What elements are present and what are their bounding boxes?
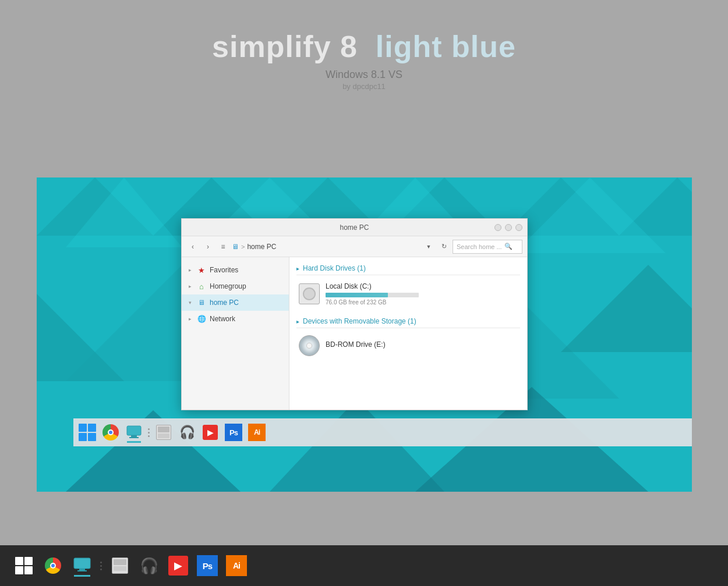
monitor-taskbar-icon (126, 425, 142, 439)
dark-ps-icon: Ps (197, 555, 218, 576)
sidebar-label-network: Network (210, 315, 235, 323)
section-removable[interactable]: ▸ Devices with Removable Storage (1) (296, 315, 520, 328)
active-indicator (127, 441, 141, 443)
close-button[interactable] (515, 224, 522, 231)
svg-rect-19 (127, 426, 141, 435)
chrome-icon (103, 424, 119, 441)
dropdown-button[interactable]: ▼ (422, 240, 435, 253)
title-bar: home PC (182, 219, 527, 236)
search-icon[interactable]: 🔍 (504, 243, 513, 250)
section-hard-disk[interactable]: ▸ Hard Disk Drives (1) (296, 262, 520, 275)
floppy-icon (156, 425, 171, 440)
homepc-icon: 🖥 (197, 298, 206, 307)
sidebar-item-homegroup[interactable]: ▸ ⌂ Homegroup (182, 278, 289, 294)
ps-icon: Ps (225, 424, 242, 441)
search-box[interactable]: Search home ... 🔍 (453, 240, 522, 254)
svg-rect-24 (77, 570, 87, 571)
dark-separator-dots (100, 562, 102, 570)
dark-taskbar-photoshop-button[interactable]: Ps (195, 553, 220, 578)
section-toggle-removable: ▸ (296, 318, 299, 325)
separator-dots (148, 428, 150, 437)
dark-taskbar-illustrator-button[interactable]: Ai (224, 553, 249, 578)
monitor-icon: 🖥 (232, 243, 239, 251)
dark-taskbar-headphones-button[interactable]: 🎧 (137, 553, 161, 578)
chrome-center (108, 429, 114, 435)
cd-icon (299, 335, 320, 356)
sidebar-item-favorites[interactable]: ▸ ★ Favorites (182, 262, 289, 278)
sidebar-item-network[interactable]: ▸ 🌐 Network (182, 311, 289, 327)
subtitle: Windows 8.1 VS (0, 69, 728, 81)
taskbar-chrome-button[interactable] (100, 422, 121, 443)
taskbar-light: 🎧 ▶ Ps Ai (73, 418, 692, 446)
forward-button[interactable]: › (202, 240, 214, 253)
drive-item-e[interactable]: BD-ROM Drive (E:) (296, 332, 520, 360)
taskbar-windows-button[interactable] (77, 422, 98, 443)
maximize-button[interactable] (505, 224, 512, 231)
sidebar-label-favorites: Favorites (210, 266, 238, 274)
sidebar-label-homegroup: Homegroup (210, 282, 246, 290)
dark-tv-icon: ▶ (168, 556, 188, 576)
window-title: home PC (340, 223, 369, 232)
desktop: home PC ‹ › ≡ 🖥 > home PC ▼ ↻ Search hom… (37, 177, 692, 492)
drive-info-e: BD-ROM Drive (E:) (326, 340, 518, 351)
windows-logo (79, 424, 96, 441)
svg-rect-23 (79, 569, 85, 570)
drive-name-c: Local Disk (C:) (326, 282, 518, 290)
expand-icon: ▾ (189, 300, 193, 306)
dark-monitor-icon (73, 557, 91, 574)
dark-active-indicator (74, 575, 90, 577)
hdd-icon (299, 283, 320, 304)
back-button[interactable]: ‹ (186, 240, 199, 253)
dark-taskbar-floppy-button[interactable] (108, 553, 132, 578)
taskbar-headphones-button[interactable]: 🎧 (176, 422, 197, 443)
toolbar: ‹ › ≡ 🖥 > home PC ▼ ↻ Search home ... 🔍 (182, 236, 527, 257)
taskbar-photoshop-button[interactable]: Ps (223, 422, 244, 443)
svg-rect-22 (74, 558, 90, 569)
dark-floppy-icon (112, 557, 128, 574)
refresh-button[interactable]: ↻ (437, 240, 450, 253)
sidebar-item-homepc[interactable]: ▾ 🖥 home PC (182, 294, 289, 311)
favorites-icon: ★ (197, 265, 206, 275)
header: simplify 8 light blue Windows 8.1 VS by … (0, 0, 728, 108)
menu-button[interactable]: ≡ (217, 240, 229, 253)
dark-taskbar-tv-button[interactable]: ▶ (166, 553, 190, 578)
taskbar-tv-button[interactable]: ▶ (200, 422, 221, 443)
taskbar-monitor-button[interactable] (123, 422, 144, 443)
dark-headphones-icon: 🎧 (140, 557, 158, 575)
taskbar-illustrator-button[interactable]: Ai (246, 422, 267, 443)
taskbar-floppy-button[interactable] (153, 422, 174, 443)
address-bar: 🖥 > home PC (232, 243, 276, 251)
address-path: home PC (247, 243, 276, 251)
main-panel: ▸ Hard Disk Drives (1) Local Disk (C:) 7… (289, 257, 527, 410)
page-title: simplify 8 light blue (0, 29, 728, 64)
drive-info-c: Local Disk (C:) 76.0 GB free of 232 GB (326, 282, 518, 306)
hdd-inner (303, 287, 316, 300)
author: by dpcdpc11 (0, 82, 728, 91)
network-icon: 🌐 (197, 314, 206, 324)
expand-icon: ▸ (189, 267, 193, 273)
section-label-hdd: Hard Disk Drives (1) (303, 264, 366, 272)
expand-icon: ▸ (189, 316, 193, 322)
drive-size-c: 76.0 GB free of 232 GB (326, 299, 518, 306)
dark-chrome-icon (45, 557, 61, 574)
sidebar-label-homepc: home PC (210, 299, 239, 307)
dark-ai-icon: Ai (226, 555, 247, 576)
homegroup-icon: ⌂ (197, 282, 206, 291)
window-controls[interactable] (494, 224, 522, 231)
drive-name-e: BD-ROM Drive (E:) (326, 340, 518, 349)
drive-bar-bg (326, 293, 419, 297)
drive-item-c[interactable]: Local Disk (C:) 76.0 GB free of 232 GB (296, 279, 520, 309)
dark-taskbar-windows-button[interactable] (12, 553, 36, 578)
ai-icon: Ai (248, 424, 266, 441)
minimize-button[interactable] (494, 224, 501, 231)
dark-taskbar-monitor-button[interactable] (70, 553, 94, 578)
svg-rect-20 (131, 435, 137, 437)
search-placeholder: Search home ... (457, 243, 502, 250)
headphones-icon: 🎧 (179, 425, 195, 440)
explorer-body: ▸ ★ Favorites ▸ ⌂ Homegroup ▾ 🖥 home PC (182, 257, 527, 410)
dark-taskbar-chrome-button[interactable] (41, 553, 65, 578)
dark-chrome-center (50, 563, 56, 569)
section-toggle-hdd: ▸ (296, 265, 299, 272)
svg-rect-21 (129, 437, 139, 438)
taskbar-dark: 🎧 ▶ Ps Ai (0, 545, 728, 586)
